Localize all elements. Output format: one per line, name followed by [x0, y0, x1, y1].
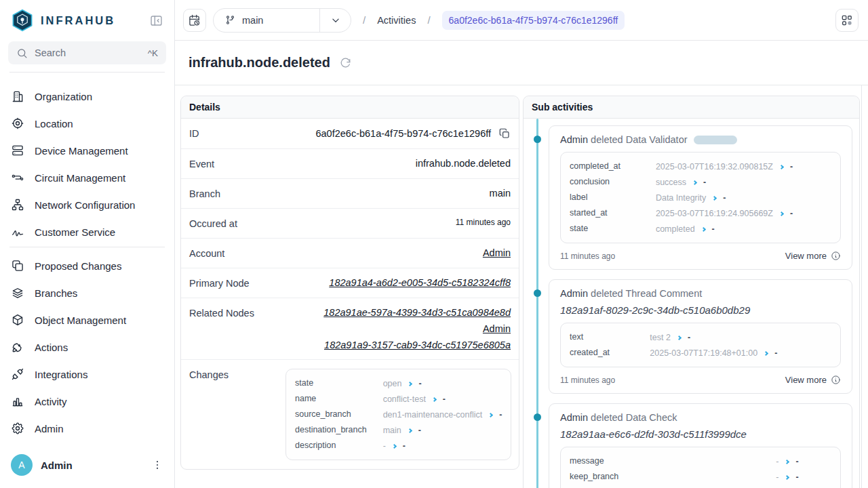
field-new-value: - [499, 409, 502, 421]
detail-label: Branch [189, 188, 276, 199]
node-link[interactable]: 182a91a4-a6d2-e005-34d5-c5182324cff8 [329, 277, 511, 288]
card-title: Admindeleted Data Check [560, 412, 841, 423]
nav-secondary: Proposed ChangesBranchesObject Managemen… [0, 249, 174, 442]
sidebar-item-label: Location [35, 118, 73, 129]
card-actor: Admin [560, 134, 588, 145]
sidebar-item-object-management[interactable]: Object Management [0, 306, 174, 333]
node-link[interactable]: 182a91ae-597a-4399-34d3-c51ca0984e8d [323, 307, 511, 318]
sub-activities-header: Sub activities [524, 96, 859, 119]
field-value: completed- [656, 221, 831, 237]
timestamp: 11 minutes ago [560, 251, 615, 261]
title-bar: infrahub.node.deleted [175, 41, 868, 85]
node-link[interactable]: Admin [483, 323, 511, 334]
sidebar-item-organization[interactable]: Organization [0, 83, 174, 110]
detail-value: main [490, 188, 511, 199]
node-link[interactable]: Admin [483, 247, 511, 258]
sidebar-item-device-management[interactable]: Device Management [0, 137, 174, 164]
sidebar-item-circuit-management[interactable]: Circuit Management [0, 164, 174, 191]
sidebar-item-admin[interactable]: Admin [0, 415, 174, 442]
location-pin-icon [11, 117, 24, 130]
sidebar-item-proposed-changes[interactable]: Proposed Changes [0, 252, 174, 279]
node-link[interactable]: 182a91a9-3157-cab9-34dc-c51975e6805a [324, 340, 511, 350]
building-icon [11, 89, 24, 103]
field-old-value: - [776, 455, 778, 468]
sidebar-item-activity[interactable]: Activity [0, 388, 174, 415]
field-value: success- [656, 174, 831, 190]
view-more-link[interactable]: View more [785, 251, 841, 261]
branch-name: main [242, 15, 263, 26]
field-value-inner: -- [776, 455, 798, 468]
sub-activities-panel: Sub activities Admindeleted Data Validat… [523, 96, 860, 488]
field-new-value: - [403, 440, 406, 452]
scrollbar-track [861, 85, 862, 488]
user-row: A Admin [0, 447, 174, 488]
refresh-icon[interactable] [339, 56, 352, 69]
sub-activity-card[interactable]: Admindeleted Data Check182a91aa-e6c6-d2f… [549, 403, 852, 488]
chevron-right-icon [779, 164, 784, 169]
field-value-inner: test 2- [650, 331, 690, 344]
chevron-down-icon [330, 14, 342, 26]
card-footer: 11 minutes agoView more [560, 251, 841, 261]
field-value-inner: -- [776, 471, 798, 483]
field-new-value: - [795, 471, 798, 483]
search-input[interactable]: Search ^K [8, 41, 166, 64]
detail-label: Event [189, 158, 276, 169]
branch-dropdown-caret[interactable] [319, 9, 351, 32]
detail-row: Primary Node182a91a4-a6d2-e005-34d5-c518… [181, 268, 519, 298]
user-menu-dots-icon[interactable] [151, 459, 163, 471]
sidebar-item-customer-service[interactable]: Customer Service [0, 218, 174, 245]
field-value-inner: -- [383, 440, 406, 452]
field-value-inner: 2025-03-07T16:19:32.090815Z- [656, 161, 793, 173]
field-key: source_branch [295, 407, 383, 422]
detail-label: Related Nodes [189, 307, 276, 319]
field-new-value: - [418, 378, 421, 390]
signature-icon [11, 225, 24, 239]
field-row: started_at2025-03-07T16:19:24.905669Z- [570, 205, 831, 221]
time-travel-button[interactable] [183, 9, 206, 32]
sidebar-item-integrations[interactable]: Integrations [0, 361, 174, 388]
timeline-dot [534, 136, 541, 143]
sidebar-collapse-icon[interactable] [148, 12, 165, 29]
card-action: deleted Data Check [591, 412, 677, 423]
card-title: Admindeleted Thread Comment [560, 288, 841, 299]
field-value-inner: den1-maintenance-conflict- [383, 409, 502, 421]
timestamp: 11 minutes ago [560, 375, 615, 385]
copy-icon [11, 259, 24, 272]
field-value-inner: Data Integrity- [656, 192, 726, 204]
copy-icon[interactable] [498, 127, 511, 140]
sidebar-item-actions[interactable]: Actions [0, 333, 174, 361]
breadcrumb-id-pill[interactable]: 6a0f2e6c-b61a-4f75-b974-c76c1e1296ff [442, 11, 625, 30]
branch-selector[interactable]: main [213, 8, 351, 33]
field-new-value: - [723, 192, 726, 204]
sub-activity-card[interactable]: Admindeleted Thread Comment182a91af-8029… [549, 279, 852, 394]
view-more-link[interactable]: View more [785, 375, 841, 385]
sidebar-item-label: Customer Service [35, 226, 115, 238]
chevron-right-icon [692, 180, 697, 184]
field-new-value: - [795, 455, 798, 468]
timeline-entry: Admindeleted Data Validatorcompleted_at2… [549, 125, 852, 270]
field-key: label [570, 190, 656, 205]
field-old-value: completed [656, 223, 695, 235]
timeline-entry: Admindeleted Thread Comment182a91af-8029… [549, 279, 852, 394]
sidebar-item-branches[interactable]: Branches [0, 279, 174, 306]
detail-value: 11 minutes ago [456, 218, 511, 227]
sidebar-item-location[interactable]: Location [0, 110, 174, 137]
server-icon [11, 144, 24, 157]
chevron-right-icon [432, 396, 437, 401]
detail-row: Occured at11 minutes ago [181, 209, 519, 239]
detail-row: Eventinfrahub.node.deleted [181, 149, 519, 179]
chevron-right-icon [408, 428, 412, 432]
field-old-value: open [383, 378, 402, 390]
card-action: deleted Thread Comment [591, 288, 702, 299]
field-value-inner: conflict-test- [383, 393, 446, 405]
field-key: destination_branch [295, 422, 383, 438]
breadcrumb-activities-link[interactable]: Activities [377, 15, 416, 26]
timeline-dot [534, 289, 541, 297]
card-actor: Admin [560, 288, 588, 299]
schema-components-button[interactable] [835, 9, 859, 32]
sub-activity-card[interactable]: Admindeleted Data Validatorcompleted_at2… [549, 125, 852, 270]
sidebar-item-network-configuration[interactable]: Network Configuration [0, 191, 174, 218]
field-key: enriched_conflict_id [570, 485, 776, 488]
timeline-dot [534, 413, 541, 421]
field-key: conclusion [570, 174, 656, 190]
